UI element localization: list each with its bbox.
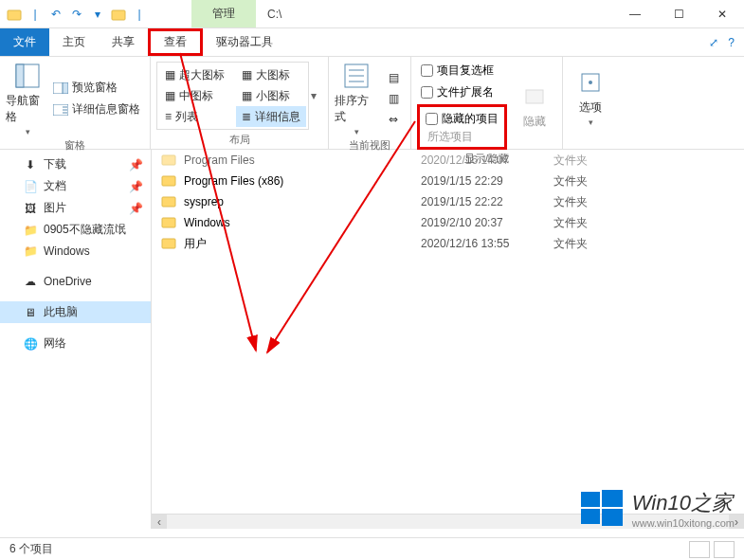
size-columns-button[interactable]: ⇔ — [382, 110, 405, 129]
svg-rect-0 — [8, 10, 21, 20]
details-pane-icon — [53, 102, 68, 117]
options-label: 选项 — [579, 99, 602, 116]
redo-icon[interactable]: ↷ — [68, 6, 85, 23]
windows-logo-icon — [579, 486, 625, 532]
options-icon — [575, 67, 606, 98]
group-icon: ▤ — [386, 70, 401, 85]
file-row[interactable]: sysprep2019/1/15 22:22文件夹 — [152, 191, 744, 212]
maximize-button[interactable]: ☐ — [657, 0, 700, 28]
folder-icon — [161, 172, 178, 190]
sort-by-button[interactable]: 排序方式 ▾ — [335, 61, 378, 136]
layout-details[interactable]: ≣详细信息 — [236, 106, 306, 127]
chevron-down-icon: ▾ — [354, 127, 359, 136]
sidebar-item[interactable]: 📁Windows — [0, 241, 151, 262]
sidebar-item[interactable]: ☁OneDrive — [0, 271, 151, 292]
context-tab-manage[interactable]: 管理 — [191, 0, 256, 27]
group-by-button[interactable]: ▤ — [382, 68, 405, 87]
hidden-items-toggle[interactable]: 隐藏的项目 — [422, 109, 502, 129]
file-row[interactable]: Program Files (x86)2019/1/15 22:29文件夹 — [152, 171, 744, 191]
item-checkboxes-toggle[interactable]: 项目复选框 — [417, 61, 507, 81]
sidebar-item-label: 网络 — [44, 335, 66, 352]
sort-by-label: 排序方式 — [335, 93, 378, 125]
picture-icon: 🖼 — [23, 201, 38, 216]
sidebar-item[interactable]: 🖥此电脑 — [0, 301, 151, 323]
sort-icon — [341, 61, 372, 91]
svg-rect-20 — [162, 218, 175, 227]
file-date: 2020/12/16 14:07 — [421, 154, 553, 167]
large-icons-view-icon[interactable] — [714, 541, 735, 558]
file-row[interactable]: Windows2019/2/10 20:37文件夹 — [152, 212, 744, 233]
svg-rect-19 — [162, 197, 175, 207]
list-icon: ≡ — [165, 110, 172, 123]
tab-share[interactable]: 共享 — [99, 28, 148, 56]
group-label-layout: 布局 — [156, 131, 322, 147]
close-button[interactable]: ✕ — [700, 0, 744, 28]
file-type: 文件夹 — [553, 173, 629, 190]
tab-home[interactable]: 主页 — [49, 28, 99, 56]
layout-medium[interactable]: ▦中图标 — [159, 85, 230, 106]
tab-view[interactable]: 查看 — [148, 28, 203, 56]
tab-file[interactable]: 文件 — [0, 28, 49, 56]
checkbox-icon[interactable] — [426, 113, 438, 125]
tab-drive-tools[interactable]: 驱动器工具 — [203, 28, 286, 56]
minimize-button[interactable]: — — [613, 0, 657, 28]
file-row[interactable]: 用户2020/12/16 13:55文件夹 — [152, 233, 744, 254]
options-button[interactable]: 选项 ▾ — [569, 67, 612, 127]
hide-items-button[interactable]: 隐藏 — [513, 81, 556, 130]
preview-pane-button[interactable]: 预览窗格 — [49, 78, 144, 98]
file-date: 2019/1/15 22:22 — [421, 195, 553, 208]
sidebar-item[interactable]: ⬇下载📌 — [0, 154, 151, 175]
ribbon-group-options: 选项 ▾ — [563, 57, 618, 149]
window-title-path: C:\ — [267, 8, 281, 21]
pin-icon: 📌 — [129, 202, 143, 215]
pc-icon: 🖥 — [23, 305, 38, 320]
sidebar-item-label: 此电脑 — [44, 304, 78, 320]
folder-icon — [161, 235, 178, 252]
expand-ribbon-icon[interactable]: ⤢ — [709, 36, 718, 49]
scroll-left-icon[interactable]: ‹ — [152, 515, 167, 529]
file-row[interactable]: Program Files2020/12/16 14:07文件夹 — [152, 150, 744, 171]
file-type: 文件夹 — [553, 236, 629, 252]
hidden-items-highlight: 隐藏的项目 所选项目 — [417, 104, 507, 150]
file-name: sysprep — [184, 195, 421, 208]
sidebar-item[interactable]: 📄文档📌 — [0, 175, 151, 197]
layout-extra-large[interactable]: ▦超大图标 — [159, 64, 230, 85]
ribbon-group-current-view: 排序方式 ▾ ▤ ▥ ⇔ 当前视图 — [329, 57, 411, 149]
divider-icon: | — [27, 6, 44, 23]
sidebar-item[interactable]: 📁0905不隐藏流氓 — [0, 219, 151, 241]
details-view-icon[interactable] — [689, 541, 710, 558]
sidebar-item[interactable]: 🖼图片📌 — [0, 197, 151, 219]
svg-rect-18 — [162, 176, 175, 186]
status-bar: 6 个项目 — [0, 537, 744, 560]
help-icon[interactable]: ? — [728, 36, 735, 49]
chevron-down-icon[interactable]: ▾ — [89, 6, 106, 23]
folder-icon — [6, 6, 23, 23]
sidebar-item[interactable]: 🌐网络 — [0, 333, 151, 354]
nav-pane-button[interactable]: 导航窗格 ▾ — [6, 61, 49, 136]
undo-icon[interactable]: ↶ — [47, 6, 64, 23]
svg-rect-5 — [63, 82, 68, 94]
layout-large[interactable]: ▦大图标 — [236, 64, 306, 85]
checkbox-icon[interactable] — [421, 86, 433, 99]
layout-more-icon[interactable]: ▾ — [311, 89, 322, 102]
folder-icon: 📁 — [23, 244, 38, 259]
checkbox-icon[interactable] — [421, 64, 433, 77]
ribbon-group-layout: ▦超大图标 ▦大图标 ▦中图标 ▦小图标 ≡列表 ≣详细信息 ▾ 布局 — [151, 57, 329, 149]
chevron-down-icon: ▾ — [589, 117, 593, 127]
folder-icon: 📁 — [23, 223, 38, 238]
grid-icon: ▦ — [165, 89, 175, 102]
chevron-down-icon: ▾ — [26, 127, 30, 136]
layout-small[interactable]: ▦小图标 — [236, 85, 306, 106]
svg-point-16 — [589, 81, 592, 84]
svg-rect-1 — [112, 10, 125, 20]
details-pane-button[interactable]: 详细信息窗格 — [49, 99, 144, 119]
file-extensions-toggle[interactable]: 文件扩展名 — [417, 82, 507, 102]
ribbon-group-show-hide: 项目复选框 文件扩展名 隐藏的项目 所选项目 隐藏 显示/隐藏 — [411, 57, 563, 149]
watermark-url: www.win10xitong.com — [632, 517, 735, 529]
add-columns-button[interactable]: ▥ — [382, 89, 405, 108]
file-date: 2019/1/15 22:29 — [421, 174, 553, 188]
file-list: Program Files2020/12/16 14:07文件夹Program … — [152, 150, 744, 529]
svg-rect-17 — [162, 155, 175, 165]
layout-list[interactable]: ≡列表 — [159, 106, 230, 127]
watermark-title: Win10之家 — [632, 489, 735, 517]
